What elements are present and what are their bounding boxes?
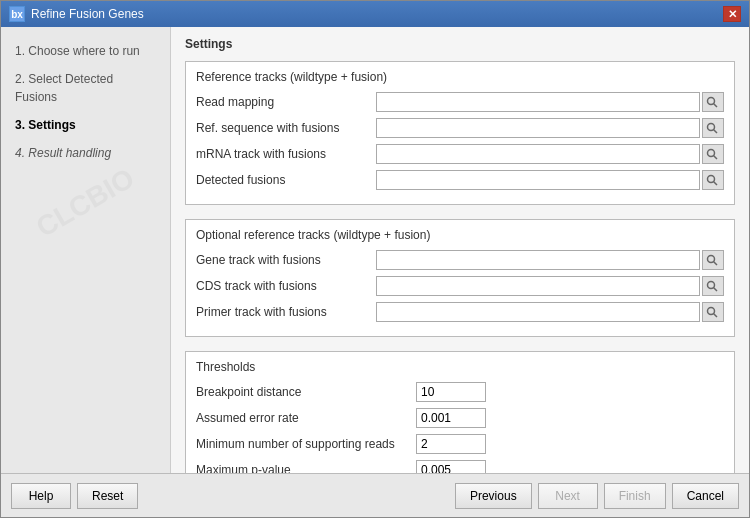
svg-line-13 bbox=[714, 314, 718, 318]
detected-fusions-input[interactable] bbox=[376, 170, 700, 190]
field-label-cds-track: CDS track with fusions bbox=[196, 279, 376, 293]
ref-sequence-input[interactable] bbox=[376, 118, 700, 138]
thresholds-title: Thresholds bbox=[196, 360, 724, 374]
threshold-label-max-pvalue: Maximum p-value bbox=[196, 463, 416, 473]
primer-track-browse[interactable] bbox=[702, 302, 724, 322]
sidebar-item-1[interactable]: 1. Choose where to run bbox=[9, 37, 162, 65]
field-row-read-mapping: Read mapping bbox=[196, 92, 724, 112]
threshold-row-max-pvalue: Maximum p-value bbox=[196, 460, 724, 473]
browse-icon-6 bbox=[706, 280, 720, 292]
sidebar-item-2[interactable]: 2. Select Detected Fusions bbox=[9, 65, 162, 111]
svg-line-11 bbox=[714, 288, 718, 292]
threshold-label-error-rate: Assumed error rate bbox=[196, 411, 416, 425]
field-row-mrna-track: mRNA track with fusions bbox=[196, 144, 724, 164]
mrna-track-input[interactable] bbox=[376, 144, 700, 164]
detected-fusions-browse[interactable] bbox=[702, 170, 724, 190]
field-input-wrap-mrna-track bbox=[376, 144, 724, 164]
field-input-wrap-gene-track bbox=[376, 250, 724, 270]
read-mapping-input[interactable] bbox=[376, 92, 700, 112]
field-input-wrap-cds-track bbox=[376, 276, 724, 296]
mrna-track-browse[interactable] bbox=[702, 144, 724, 164]
svg-point-2 bbox=[708, 124, 715, 131]
field-row-primer-track: Primer track with fusions bbox=[196, 302, 724, 322]
browse-icon-7 bbox=[706, 306, 720, 318]
field-label-gene-track: Gene track with fusions bbox=[196, 253, 376, 267]
svg-point-10 bbox=[708, 282, 715, 289]
threshold-row-breakpoint: Breakpoint distance bbox=[196, 382, 724, 402]
next-button[interactable]: Next bbox=[538, 483, 598, 509]
main-window: bx Refine Fusion Genes ✕ 1. Choose where… bbox=[0, 0, 750, 518]
help-button[interactable]: Help bbox=[11, 483, 71, 509]
threshold-label-min-reads: Minimum number of supporting reads bbox=[196, 437, 416, 451]
cds-track-browse[interactable] bbox=[702, 276, 724, 296]
ref-sequence-browse[interactable] bbox=[702, 118, 724, 138]
gene-track-input[interactable] bbox=[376, 250, 700, 270]
title-bar: bx Refine Fusion Genes ✕ bbox=[1, 1, 749, 27]
max-pvalue-input[interactable] bbox=[416, 460, 486, 473]
window-title: Refine Fusion Genes bbox=[31, 7, 144, 21]
field-input-wrap-primer-track bbox=[376, 302, 724, 322]
app-icon: bx bbox=[9, 6, 25, 22]
required-tracks-title: Reference tracks (wildtype + fusion) bbox=[196, 70, 724, 84]
svg-line-7 bbox=[714, 182, 718, 186]
section-title: Settings bbox=[185, 37, 735, 51]
field-row-detected-fusions: Detected fusions bbox=[196, 170, 724, 190]
field-label-detected-fusions: Detected fusions bbox=[196, 173, 376, 187]
browse-icon-3 bbox=[706, 148, 720, 160]
field-label-read-mapping: Read mapping bbox=[196, 95, 376, 109]
main-panel: Settings Reference tracks (wildtype + fu… bbox=[171, 27, 749, 473]
optional-tracks-group: Optional reference tracks (wildtype + fu… bbox=[185, 219, 735, 337]
field-label-mrna-track: mRNA track with fusions bbox=[196, 147, 376, 161]
title-bar-left: bx Refine Fusion Genes bbox=[9, 6, 144, 22]
field-label-primer-track: Primer track with fusions bbox=[196, 305, 376, 319]
svg-line-1 bbox=[714, 104, 718, 108]
browse-icon bbox=[706, 96, 720, 108]
primer-track-input[interactable] bbox=[376, 302, 700, 322]
bottom-bar: Help Reset Previous Next Finish Cancel bbox=[1, 473, 749, 517]
bottom-left-buttons: Help Reset bbox=[11, 483, 138, 509]
field-input-wrap-read-mapping bbox=[376, 92, 724, 112]
threshold-row-min-reads: Minimum number of supporting reads bbox=[196, 434, 724, 454]
read-mapping-browse[interactable] bbox=[702, 92, 724, 112]
svg-point-6 bbox=[708, 176, 715, 183]
cds-track-input[interactable] bbox=[376, 276, 700, 296]
svg-line-3 bbox=[714, 130, 718, 134]
threshold-label-breakpoint: Breakpoint distance bbox=[196, 385, 416, 399]
svg-line-9 bbox=[714, 262, 718, 266]
svg-line-5 bbox=[714, 156, 718, 160]
svg-point-0 bbox=[708, 98, 715, 105]
browse-icon-4 bbox=[706, 174, 720, 186]
svg-point-12 bbox=[708, 308, 715, 315]
field-label-ref-sequence: Ref. sequence with fusions bbox=[196, 121, 376, 135]
field-row-cds-track: CDS track with fusions bbox=[196, 276, 724, 296]
breakpoint-distance-input[interactable] bbox=[416, 382, 486, 402]
field-row-gene-track: Gene track with fusions bbox=[196, 250, 724, 270]
previous-button[interactable]: Previous bbox=[455, 483, 532, 509]
threshold-row-error-rate: Assumed error rate bbox=[196, 408, 724, 428]
bottom-right-buttons: Previous Next Finish Cancel bbox=[455, 483, 739, 509]
svg-point-4 bbox=[708, 150, 715, 157]
min-reads-input[interactable] bbox=[416, 434, 486, 454]
sidebar: 1. Choose where to run 2. Select Detecte… bbox=[1, 27, 171, 473]
gene-track-browse[interactable] bbox=[702, 250, 724, 270]
content-area: 1. Choose where to run 2. Select Detecte… bbox=[1, 27, 749, 473]
field-input-wrap-ref-sequence bbox=[376, 118, 724, 138]
thresholds-section: Thresholds Breakpoint distance Assumed e… bbox=[185, 351, 735, 473]
error-rate-input[interactable] bbox=[416, 408, 486, 428]
cancel-button[interactable]: Cancel bbox=[672, 483, 739, 509]
reset-button[interactable]: Reset bbox=[77, 483, 138, 509]
svg-point-8 bbox=[708, 256, 715, 263]
field-row-ref-sequence: Ref. sequence with fusions bbox=[196, 118, 724, 138]
sidebar-item-3[interactable]: 3. Settings bbox=[9, 111, 162, 139]
required-tracks-group: Reference tracks (wildtype + fusion) Rea… bbox=[185, 61, 735, 205]
close-button[interactable]: ✕ bbox=[723, 6, 741, 22]
finish-button[interactable]: Finish bbox=[604, 483, 666, 509]
field-input-wrap-detected-fusions bbox=[376, 170, 724, 190]
browse-icon-5 bbox=[706, 254, 720, 266]
browse-icon-2 bbox=[706, 122, 720, 134]
optional-tracks-title: Optional reference tracks (wildtype + fu… bbox=[196, 228, 724, 242]
